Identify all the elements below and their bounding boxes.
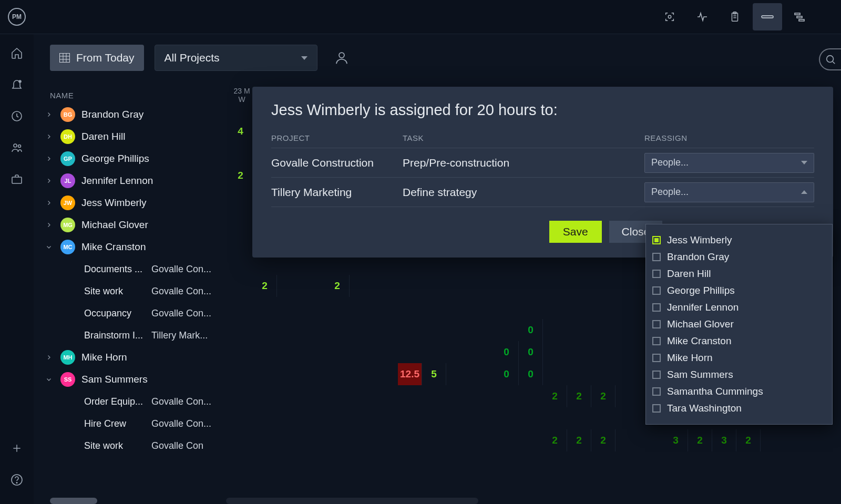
- reassign-people-select[interactable]: People...: [644, 153, 814, 173]
- chevron-right-icon[interactable]: [44, 222, 54, 228]
- workload-cell[interactable]: 2: [591, 429, 616, 451]
- task-subrow[interactable]: Hire CrewGovalle Con...: [39, 413, 229, 435]
- chevron-right-icon[interactable]: [44, 133, 54, 140]
- workload-cell[interactable]: 5: [422, 363, 446, 385]
- checkbox-icon[interactable]: [652, 387, 661, 396]
- chevron-right-icon[interactable]: [44, 200, 54, 206]
- chevron-down-icon[interactable]: [44, 244, 54, 250]
- save-button[interactable]: Save: [549, 221, 602, 243]
- roadmap-icon[interactable]: [785, 3, 815, 30]
- task-subrow[interactable]: Order Equip...Govalle Con...: [39, 390, 229, 413]
- task-subrow[interactable]: Brainstorm I...Tillery Mark...: [39, 324, 229, 346]
- horizontal-scrollbar-left[interactable]: [50, 498, 97, 504]
- help-icon[interactable]: [8, 471, 25, 488]
- checkbox-icon[interactable]: [652, 404, 661, 413]
- workload-cell[interactable]: 12.5: [398, 363, 422, 385]
- col-header-task: TASK: [403, 133, 644, 142]
- person-name: Michael Glover: [81, 219, 148, 231]
- checkbox-icon[interactable]: [652, 303, 661, 312]
- task-subrow[interactable]: Documents ...Govalle Con...: [39, 258, 229, 280]
- workload-cell[interactable]: 2: [736, 429, 761, 451]
- chevron-right-icon[interactable]: [44, 111, 54, 118]
- checkbox-icon[interactable]: [652, 371, 661, 379]
- reassign-select-label: People...: [651, 157, 689, 168]
- task-subrow[interactable]: Site workGovalle Con: [39, 435, 229, 457]
- horizontal-scrollbar[interactable]: [226, 498, 478, 504]
- home-icon[interactable]: [8, 45, 25, 61]
- people-dropdown-menu[interactable]: Jess WimberlyBrandon GrayDaren HillGeorg…: [645, 224, 833, 425]
- person-name: Mike Horn: [81, 352, 127, 363]
- briefcase-icon[interactable]: [8, 171, 25, 188]
- notifications-icon[interactable]: [8, 76, 25, 93]
- person-row[interactable]: JWJess Wimberly: [39, 192, 229, 214]
- workload-cell[interactable]: 0: [519, 319, 543, 341]
- add-icon[interactable]: [8, 440, 25, 457]
- people-option[interactable]: Brandon Gray: [652, 249, 826, 265]
- recent-icon[interactable]: [8, 108, 25, 125]
- people-option[interactable]: Tara Washington: [652, 400, 826, 417]
- search-button[interactable]: [819, 48, 841, 70]
- checkbox-icon[interactable]: [652, 337, 661, 345]
- workload-cell[interactable]: 2: [543, 385, 567, 407]
- people-option[interactable]: George Phillips: [652, 282, 826, 299]
- workload-cell[interactable]: 2: [543, 429, 567, 451]
- workload-cell[interactable]: 3: [712, 429, 736, 451]
- checkbox-icon[interactable]: [652, 354, 661, 362]
- team-icon[interactable]: [8, 139, 25, 156]
- workload-cell[interactable]: 2: [229, 164, 253, 187]
- workload-cell[interactable]: 4: [229, 120, 253, 142]
- workload-cell[interactable]: 0: [519, 363, 543, 385]
- people-option[interactable]: Daren Hill: [652, 265, 826, 282]
- checkbox-icon[interactable]: [652, 253, 661, 261]
- checkbox-icon[interactable]: [652, 270, 661, 278]
- workload-cell[interactable]: 2: [325, 275, 350, 297]
- task-name: Site work: [84, 286, 146, 297]
- task-subrow[interactable]: OccupancyGovalle Con...: [39, 302, 229, 324]
- task-subrow[interactable]: Site workGovalle Con...: [39, 280, 229, 302]
- people-option[interactable]: Mike Cranston: [652, 333, 826, 349]
- workload-cell[interactable]: 2: [567, 429, 591, 451]
- chevron-right-icon[interactable]: [44, 178, 54, 184]
- person-row[interactable]: MGMichael Glover: [39, 214, 229, 236]
- people-option[interactable]: Sam Summers: [652, 366, 826, 383]
- chevron-right-icon[interactable]: [44, 156, 54, 162]
- chevron-right-icon[interactable]: [44, 354, 54, 361]
- workload-cell[interactable]: 2: [567, 385, 591, 407]
- workload-cell[interactable]: 2: [591, 385, 616, 407]
- person-row[interactable]: GPGeorge Phillips: [39, 148, 229, 170]
- reassign-people-select[interactable]: People...: [644, 182, 814, 202]
- workload-cell[interactable]: 3: [664, 429, 688, 451]
- person-name: Mike Cranston: [81, 241, 146, 253]
- clipboard-icon[interactable]: [720, 3, 750, 30]
- people-option[interactable]: Mike Horn: [652, 349, 826, 366]
- person-row[interactable]: DHDaren Hill: [39, 126, 229, 148]
- workload-icon[interactable]: [753, 3, 782, 30]
- people-option[interactable]: Samantha Cummings: [652, 383, 826, 400]
- from-today-button[interactable]: From Today: [50, 45, 144, 71]
- people-option[interactable]: Michael Glover: [652, 316, 826, 333]
- scan-icon[interactable]: [655, 3, 684, 30]
- chevron-down-icon[interactable]: [44, 376, 54, 383]
- workload-cell[interactable]: 0: [495, 341, 519, 363]
- checkbox-icon[interactable]: [652, 320, 661, 328]
- person-row[interactable]: SSSam Summers: [39, 368, 229, 390]
- activity-icon[interactable]: [688, 3, 717, 30]
- checkbox-icon[interactable]: [652, 286, 661, 295]
- workload-cell[interactable]: 2: [253, 275, 277, 297]
- people-option[interactable]: Jess Wimberly: [652, 232, 826, 249]
- person-row[interactable]: BGBrandon Gray: [39, 104, 229, 126]
- chevron-down-icon: [801, 161, 807, 164]
- svg-rect-14: [60, 54, 70, 63]
- people-option[interactable]: Jennifer Lennon: [652, 299, 826, 316]
- workload-cell[interactable]: 0: [495, 363, 519, 385]
- person-filter-icon[interactable]: [331, 47, 352, 68]
- svg-point-0: [668, 15, 671, 18]
- person-row[interactable]: MCMike Cranston: [39, 236, 229, 258]
- people-option-label: Mike Cranston: [667, 335, 732, 347]
- person-row[interactable]: MHMike Horn: [39, 346, 229, 368]
- workload-cell[interactable]: 2: [688, 429, 712, 451]
- workload-cell[interactable]: 0: [519, 341, 543, 363]
- person-row[interactable]: JLJennifer Lennon: [39, 170, 229, 192]
- project-filter-select[interactable]: All Projects: [155, 45, 317, 71]
- checkbox-icon[interactable]: [652, 236, 661, 244]
